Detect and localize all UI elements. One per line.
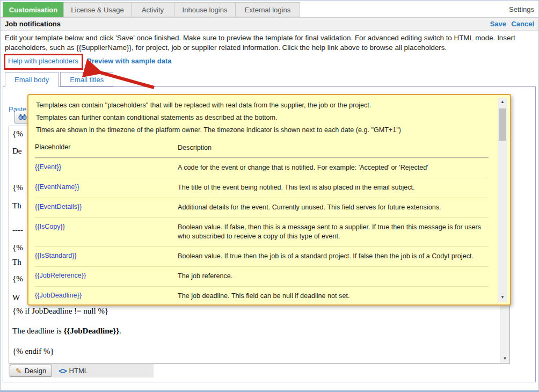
placeholder-table: Placeholder Description {{Event}} A code… (35, 140, 489, 306)
section-header-bar: Job notifications Save Cancel (1, 17, 538, 31)
placeholder-link[interactable]: {{IsCopy}} (35, 223, 178, 241)
help-with-placeholders-link[interactable]: Help with placeholders (8, 57, 78, 65)
placeholder-description: The job deadline. This field can be null… (178, 292, 489, 301)
top-tab-bar: Customisation License & Usage Activity I… (3, 2, 300, 17)
editor-line-fragment: {% (12, 243, 23, 252)
placeholder-link[interactable]: {{JobDeadline}} (35, 292, 178, 301)
placeholder-table-header: Placeholder Description (35, 140, 489, 157)
editor-line-fragment: W (12, 293, 20, 302)
placeholder-table-row: {{JobDeadline}} The job deadline. This f… (35, 286, 489, 306)
scroll-down-icon[interactable] (498, 293, 507, 302)
scrollbar-thumb[interactable] (499, 108, 506, 141)
placeholder-table-body: {{Event}} A code for the event or change… (35, 158, 489, 306)
placeholder-description: Boolean value. If false, then this is a … (178, 223, 489, 241)
pencil-icon (16, 367, 22, 375)
placeholder-link[interactable]: {{JobReference}} (35, 272, 178, 281)
placeholder-link[interactable]: {{EventDetails}} (35, 203, 178, 212)
deadline-period: . (119, 326, 121, 335)
preview-with-sample-data-link[interactable]: Preview with sample data (87, 57, 172, 65)
html-mode-button[interactable]: HTML (52, 367, 94, 375)
tab-customisation[interactable]: Customisation (3, 2, 64, 17)
email-tab-bar: Email body Email titles (5, 72, 115, 87)
popup-paragraph: Templates can further contain conditiona… (36, 113, 489, 122)
editor-line-fragment: {% (12, 183, 23, 192)
editor-line-fragment: ---- (12, 226, 23, 235)
intro-text: Edit your template below and click 'Save… (5, 33, 534, 53)
editor-line-fragment: Th (12, 201, 21, 210)
placeholder-link[interactable]: {{IsStandard}} (35, 252, 178, 261)
popup-scrollbar[interactable] (498, 98, 507, 302)
deadline-placeholder: {{JobDeadline}} (63, 326, 119, 335)
cancel-button[interactable]: Cancel (511, 18, 534, 31)
tab-email-titles[interactable]: Email titles (60, 72, 113, 86)
editor-line-endif: {% endif %} (12, 347, 54, 356)
deadline-text: The deadline is (12, 326, 63, 335)
placeholder-table-row: {{IsStandard}} Boolean value. If true th… (35, 246, 489, 266)
scroll-down-icon[interactable] (500, 354, 509, 363)
tab-email-body[interactable]: Email body (5, 72, 59, 87)
html-mode-label: HTML (69, 367, 88, 375)
editor-line-deadline: The deadline is {{JobDeadline}}. (12, 326, 121, 336)
editor-line-fragment: De (12, 147, 22, 156)
placeholder-column-header: Placeholder (35, 143, 178, 153)
placeholder-table-row: {{EventName}} The title of the event bei… (35, 178, 489, 198)
editor-mode-bar: Design HTML (9, 364, 154, 378)
placeholder-description: The title of the event being notified. T… (178, 183, 489, 192)
editor-line-if: {% if JobDeadline != null %} (12, 307, 108, 316)
placeholder-description: The job reference. (178, 272, 489, 281)
page-title: Job notifications (5, 18, 61, 31)
placeholder-link[interactable]: {{EventName}} (35, 183, 178, 192)
tab-activity[interactable]: Activity (131, 2, 174, 17)
design-mode-button[interactable]: Design (10, 365, 52, 377)
tab-external-logins[interactable]: External logins (235, 2, 300, 17)
settings-label: Settings (509, 5, 534, 13)
placeholder-description: A code for the event or change that is n… (178, 163, 489, 172)
editor-line-fragment: {% (12, 129, 23, 139)
settings-page: Customisation License & Usage Activity I… (0, 0, 539, 392)
tab-license-usage[interactable]: License & Usage (63, 2, 132, 17)
placeholder-link[interactable]: {{Event}} (35, 163, 178, 172)
placeholder-table-row: {{EventDetails}} Additional details for … (35, 198, 489, 217)
popup-paragraph: Times are shown in the timezone of the p… (36, 126, 489, 135)
code-brackets-icon (59, 367, 66, 375)
popup-paragraph: Templates can contain "placeholders" tha… (36, 101, 489, 110)
description-column-header: Description (178, 143, 489, 153)
scroll-up-icon[interactable] (498, 98, 507, 106)
placeholder-table-row: {{JobReference}} The job reference. (35, 266, 489, 286)
design-mode-label: Design (25, 367, 46, 375)
placeholder-table-row: {{IsCopy}} Boolean value. If false, then… (35, 217, 489, 246)
editor-line-fragment: {% (12, 274, 23, 284)
editor-line-fragment: Th (12, 258, 21, 267)
popup-intro: Templates can contain "placeholders" tha… (36, 101, 489, 138)
placeholder-description: Additional details for the event. Curren… (178, 203, 489, 212)
placeholder-table-row: {{Event}} A code for the event or change… (35, 158, 489, 178)
tab-inhouse-logins[interactable]: Inhouse logins (174, 2, 236, 17)
placeholder-help-popup: Templates can contain "placeholders" tha… (27, 94, 511, 306)
placeholder-description: Boolean value. If true then the job is o… (178, 252, 489, 261)
save-button[interactable]: Save (490, 18, 506, 31)
binoculars-icon (18, 114, 27, 120)
